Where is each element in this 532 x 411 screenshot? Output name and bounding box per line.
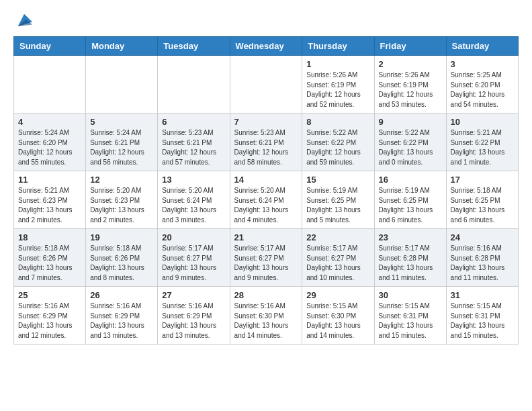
- day-number: 10: [451, 117, 514, 127]
- day-number: 22: [306, 232, 369, 242]
- day-number: 12: [90, 175, 153, 185]
- day-info: Sunrise: 5:15 AM Sunset: 6:30 PM Dayligh…: [306, 302, 369, 340]
- day-info: Sunrise: 5:23 AM Sunset: 6:21 PM Dayligh…: [234, 128, 298, 167]
- day-info: Sunrise: 5:20 AM Sunset: 6:23 PM Dayligh…: [90, 186, 153, 225]
- calendar-header-friday: Friday: [374, 37, 446, 56]
- day-number: 7: [234, 117, 298, 127]
- day-info: Sunrise: 5:25 AM Sunset: 6:20 PM Dayligh…: [451, 71, 514, 109]
- day-info: Sunrise: 5:24 AM Sunset: 6:20 PM Dayligh…: [18, 128, 81, 167]
- calendar-cell: 29Sunrise: 5:15 AM Sunset: 6:30 PM Dayli…: [302, 287, 374, 345]
- day-number: 25: [18, 290, 81, 300]
- day-number: 24: [451, 232, 514, 242]
- calendar-cell: 19Sunrise: 5:18 AM Sunset: 6:26 PM Dayli…: [86, 229, 158, 287]
- day-info: Sunrise: 5:15 AM Sunset: 6:31 PM Dayligh…: [451, 302, 514, 340]
- day-number: 29: [306, 290, 369, 300]
- calendar-week-3: 11Sunrise: 5:21 AM Sunset: 6:23 PM Dayli…: [14, 171, 519, 229]
- calendar-cell: [158, 56, 230, 113]
- day-info: Sunrise: 5:21 AM Sunset: 6:23 PM Dayligh…: [18, 186, 81, 225]
- day-number: 23: [379, 232, 442, 242]
- calendar-header-monday: Monday: [86, 37, 158, 56]
- calendar-week-5: 25Sunrise: 5:16 AM Sunset: 6:29 PM Dayli…: [14, 287, 519, 345]
- day-number: 15: [306, 175, 369, 185]
- day-info: Sunrise: 5:15 AM Sunset: 6:31 PM Dayligh…: [379, 302, 442, 340]
- day-info: Sunrise: 5:20 AM Sunset: 6:24 PM Dayligh…: [234, 186, 298, 225]
- calendar-cell: [86, 56, 158, 113]
- calendar-cell: 22Sunrise: 5:17 AM Sunset: 6:27 PM Dayli…: [302, 229, 374, 287]
- day-number: 3: [451, 59, 514, 69]
- calendar-header-saturday: Saturday: [446, 37, 518, 56]
- day-number: 9: [379, 117, 442, 127]
- day-info: Sunrise: 5:18 AM Sunset: 6:26 PM Dayligh…: [90, 244, 153, 283]
- calendar-cell: [230, 56, 302, 113]
- calendar-cell: 4Sunrise: 5:24 AM Sunset: 6:20 PM Daylig…: [14, 113, 86, 171]
- day-number: 5: [90, 117, 153, 127]
- day-number: 19: [90, 232, 153, 242]
- day-number: 18: [18, 232, 81, 242]
- day-number: 31: [451, 290, 514, 300]
- calendar-cell: 3Sunrise: 5:25 AM Sunset: 6:20 PM Daylig…: [446, 56, 518, 113]
- calendar-body: 1Sunrise: 5:26 AM Sunset: 6:19 PM Daylig…: [14, 56, 519, 345]
- calendar-cell: 6Sunrise: 5:23 AM Sunset: 6:21 PM Daylig…: [158, 113, 230, 171]
- calendar-cell: 9Sunrise: 5:22 AM Sunset: 6:22 PM Daylig…: [374, 113, 446, 171]
- calendar-cell: 28Sunrise: 5:16 AM Sunset: 6:30 PM Dayli…: [230, 287, 302, 345]
- calendar-week-1: 1Sunrise: 5:26 AM Sunset: 6:19 PM Daylig…: [14, 56, 519, 113]
- calendar-cell: 15Sunrise: 5:19 AM Sunset: 6:25 PM Dayli…: [302, 171, 374, 229]
- calendar-cell: 20Sunrise: 5:17 AM Sunset: 6:27 PM Dayli…: [158, 229, 230, 287]
- day-number: 20: [162, 232, 225, 242]
- day-number: 2: [379, 59, 442, 69]
- page-header: [13, 13, 519, 30]
- calendar-cell: 17Sunrise: 5:18 AM Sunset: 6:25 PM Dayli…: [446, 171, 518, 229]
- calendar-header-wednesday: Wednesday: [230, 37, 302, 56]
- calendar-header-row: SundayMondayTuesdayWednesdayThursdayFrid…: [14, 37, 519, 56]
- day-info: Sunrise: 5:18 AM Sunset: 6:26 PM Dayligh…: [18, 244, 81, 283]
- calendar-header-tuesday: Tuesday: [158, 37, 230, 56]
- calendar-cell: 18Sunrise: 5:18 AM Sunset: 6:26 PM Dayli…: [14, 229, 86, 287]
- calendar-cell: 27Sunrise: 5:16 AM Sunset: 6:29 PM Dayli…: [158, 287, 230, 345]
- day-info: Sunrise: 5:16 AM Sunset: 6:29 PM Dayligh…: [90, 302, 153, 340]
- day-number: 30: [379, 290, 442, 300]
- day-info: Sunrise: 5:16 AM Sunset: 6:28 PM Dayligh…: [451, 244, 514, 283]
- calendar-cell: 23Sunrise: 5:17 AM Sunset: 6:28 PM Dayli…: [374, 229, 446, 287]
- calendar-cell: 8Sunrise: 5:22 AM Sunset: 6:22 PM Daylig…: [302, 113, 374, 171]
- day-info: Sunrise: 5:17 AM Sunset: 6:27 PM Dayligh…: [306, 244, 369, 283]
- calendar-cell: 31Sunrise: 5:15 AM Sunset: 6:31 PM Dayli…: [446, 287, 518, 345]
- day-info: Sunrise: 5:24 AM Sunset: 6:21 PM Dayligh…: [90, 128, 153, 167]
- day-number: 21: [234, 232, 298, 242]
- day-number: 6: [162, 117, 225, 127]
- calendar-cell: 13Sunrise: 5:20 AM Sunset: 6:24 PM Dayli…: [158, 171, 230, 229]
- day-info: Sunrise: 5:17 AM Sunset: 6:27 PM Dayligh…: [162, 244, 225, 283]
- calendar-cell: 12Sunrise: 5:20 AM Sunset: 6:23 PM Dayli…: [86, 171, 158, 229]
- day-info: Sunrise: 5:17 AM Sunset: 6:28 PM Dayligh…: [379, 244, 442, 283]
- day-info: Sunrise: 5:26 AM Sunset: 6:19 PM Dayligh…: [306, 71, 369, 109]
- day-info: Sunrise: 5:18 AM Sunset: 6:25 PM Dayligh…: [451, 186, 514, 225]
- calendar-table: SundayMondayTuesdayWednesdayThursdayFrid…: [13, 36, 519, 345]
- day-number: 11: [18, 175, 81, 185]
- calendar-cell: 26Sunrise: 5:16 AM Sunset: 6:29 PM Dayli…: [86, 287, 158, 345]
- day-number: 8: [306, 117, 369, 127]
- day-info: Sunrise: 5:17 AM Sunset: 6:27 PM Dayligh…: [234, 244, 298, 283]
- day-number: 26: [90, 290, 153, 300]
- day-info: Sunrise: 5:16 AM Sunset: 6:29 PM Dayligh…: [18, 302, 81, 340]
- day-number: 13: [162, 175, 225, 185]
- calendar-header-sunday: Sunday: [14, 37, 86, 56]
- day-info: Sunrise: 5:19 AM Sunset: 6:25 PM Dayligh…: [306, 186, 369, 225]
- day-number: 14: [234, 175, 298, 185]
- day-info: Sunrise: 5:19 AM Sunset: 6:25 PM Dayligh…: [379, 186, 442, 225]
- day-number: 16: [379, 175, 442, 185]
- calendar-cell: 2Sunrise: 5:26 AM Sunset: 6:19 PM Daylig…: [374, 56, 446, 113]
- logo: [13, 13, 34, 30]
- day-info: Sunrise: 5:21 AM Sunset: 6:22 PM Dayligh…: [451, 128, 514, 167]
- calendar-cell: 7Sunrise: 5:23 AM Sunset: 6:21 PM Daylig…: [230, 113, 302, 171]
- day-info: Sunrise: 5:22 AM Sunset: 6:22 PM Dayligh…: [306, 128, 369, 167]
- calendar-cell: 16Sunrise: 5:19 AM Sunset: 6:25 PM Dayli…: [374, 171, 446, 229]
- calendar-cell: 10Sunrise: 5:21 AM Sunset: 6:22 PM Dayli…: [446, 113, 518, 171]
- day-number: 1: [306, 59, 369, 69]
- calendar-cell: 24Sunrise: 5:16 AM Sunset: 6:28 PM Dayli…: [446, 229, 518, 287]
- day-info: Sunrise: 5:16 AM Sunset: 6:29 PM Dayligh…: [162, 302, 225, 340]
- day-number: 28: [234, 290, 298, 300]
- day-number: 4: [18, 117, 81, 127]
- day-number: 17: [451, 175, 514, 185]
- calendar-cell: 11Sunrise: 5:21 AM Sunset: 6:23 PM Dayli…: [14, 171, 86, 229]
- day-number: 27: [162, 290, 225, 300]
- logo-icon: [15, 11, 34, 30]
